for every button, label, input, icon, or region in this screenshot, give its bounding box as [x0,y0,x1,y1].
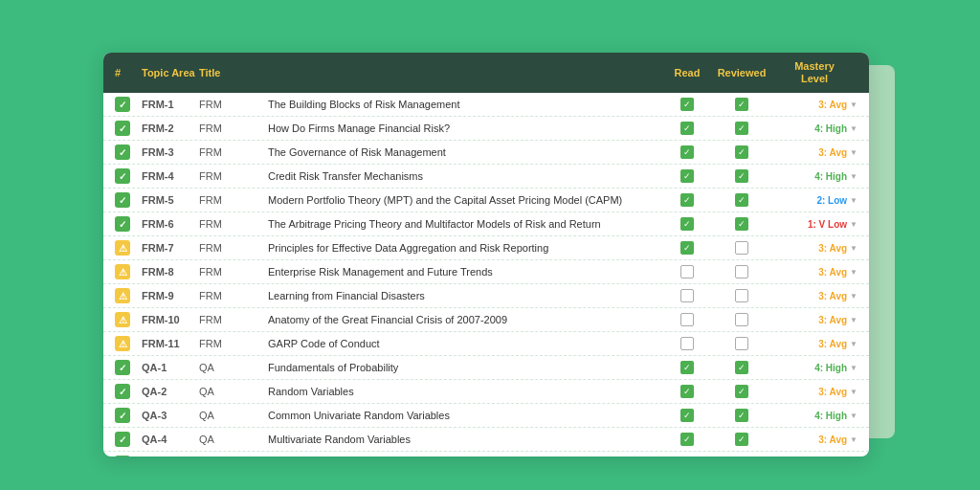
read-checkbox[interactable]: ✓ [662,433,712,446]
mastery-value: 3: Avg [818,339,847,349]
status-icon: ✓ [115,216,130,232]
table-row: ✓FRM-2FRMHow Do Firms Manage Financial R… [103,117,869,141]
row-id: FRM-3 [142,146,199,158]
status-icon: ✓ [115,192,130,208]
mastery-badge[interactable]: 3: Avg▼ [771,267,858,278]
mastery-badge[interactable]: 4: High▼ [771,171,858,182]
mastery-dropdown-arrow[interactable]: ▼ [850,412,858,420]
read-checkbox[interactable]: ✓ [662,241,712,255]
status-icon: ⚠ [115,312,130,327]
reviewed-checkbox[interactable] [712,289,771,302]
row-id: FRM-10 [142,314,199,325]
mastery-badge[interactable]: 4: High▼ [771,411,858,421]
mastery-dropdown-arrow[interactable]: ▼ [850,124,858,133]
main-card: # Topic Area Title Read Reviewed Mastery… [103,53,869,457]
mastery-value: 3: Avg [818,315,847,325]
reviewed-checkbox[interactable]: ✓ [712,193,771,207]
mastery-dropdown-arrow[interactable]: ▼ [850,244,858,253]
row-title: The Arbitrage Pricing Theory and Multifa… [268,218,662,230]
mastery-badge[interactable]: 3: Avg▼ [771,291,858,301]
reviewed-checkbox[interactable]: ✓ [712,433,771,446]
row-title: Anatomy of the Great Financial Crisis of… [268,314,662,325]
read-checkbox[interactable] [662,313,712,326]
read-checkbox[interactable]: ✓ [662,217,712,231]
mastery-dropdown-arrow[interactable]: ▼ [850,268,858,277]
mastery-badge[interactable]: 2: Low▼ [771,195,858,206]
status-icon: ✓ [115,384,130,399]
row-title: The Governance of Risk Management [268,146,662,158]
mastery-dropdown-arrow[interactable]: ▼ [850,388,858,396]
mastery-value: 3: Avg [818,100,847,110]
read-checkbox[interactable]: ✓ [662,169,712,183]
row-title: GARP Code of Conduct [268,338,662,349]
reviewed-checkbox[interactable]: ✓ [712,98,771,111]
read-checkbox[interactable]: ✓ [662,361,712,374]
reviewed-checkbox[interactable]: ✓ [712,361,771,374]
mastery-badge[interactable]: 4: High▼ [771,123,858,134]
row-id: FRM-2 [142,122,199,134]
mastery-dropdown-arrow[interactable]: ▼ [850,196,858,205]
col-header-mastery: Mastery Level [771,60,858,85]
mastery-dropdown-arrow[interactable]: ▼ [850,435,858,444]
read-checkbox[interactable] [662,289,712,302]
mastery-badge[interactable]: 3: Avg▼ [771,243,858,254]
read-checkbox[interactable]: ✓ [662,409,712,422]
row-topic: QA [199,434,268,445]
mastery-badge[interactable]: 3: Avg▼ [771,315,858,325]
row-id: QA-4 [142,434,199,445]
reviewed-checkbox[interactable]: ✓ [712,169,771,183]
row-id: FRM-11 [142,338,199,349]
mastery-dropdown-arrow[interactable]: ▼ [850,220,858,229]
table-body: ✓FRM-1FRMThe Building Blocks of Risk Man… [103,93,869,457]
mastery-badge[interactable]: 3: Avg▼ [771,339,858,349]
row-title: Credit Risk Transfer Mechanisms [268,170,662,182]
row-topic: FRM [199,290,268,301]
read-checkbox[interactable]: ✓ [662,122,712,135]
reviewed-checkbox[interactable] [712,337,771,350]
read-checkbox[interactable]: ✓ [662,385,712,398]
status-icon: ⚠ [115,336,130,351]
mastery-badge[interactable]: 3: Avg▼ [771,434,858,445]
mastery-value: 3: Avg [818,434,847,445]
row-topic: QA [199,386,268,397]
read-checkbox[interactable] [662,265,712,278]
reviewed-checkbox[interactable]: ✓ [712,385,771,398]
read-checkbox[interactable]: ✓ [662,145,712,159]
table-row: ✓FRM-5FRMModern Portfolio Theory (MPT) a… [103,189,869,212]
mastery-badge[interactable]: 1: V Low▼ [771,219,858,230]
mastery-dropdown-arrow[interactable]: ▼ [850,292,858,301]
read-checkbox[interactable] [662,337,712,350]
read-checkbox[interactable]: ✓ [662,193,712,207]
reviewed-checkbox[interactable]: ✓ [712,122,771,135]
table-row: ✓QA-3QACommon Univariate Random Variable… [103,404,869,428]
row-topic: FRM [199,266,268,278]
reviewed-checkbox[interactable]: ✓ [712,145,771,159]
row-topic: FRM [199,194,268,206]
read-checkbox[interactable]: ✓ [662,98,712,111]
row-id: FRM-5 [142,194,199,206]
mastery-badge[interactable]: 3: Avg▼ [771,387,858,397]
row-id: QA-2 [142,386,199,397]
row-id: QA-3 [142,410,199,421]
mastery-dropdown-arrow[interactable]: ▼ [850,100,858,109]
table-row: ✓FRM-6FRMThe Arbitrage Pricing Theory an… [103,212,869,236]
mastery-dropdown-arrow[interactable]: ▼ [850,364,858,372]
mastery-badge[interactable]: 3: Avg▼ [771,100,858,110]
mastery-value: 2: Low [816,195,847,206]
reviewed-checkbox[interactable] [712,241,771,255]
mastery-dropdown-arrow[interactable]: ▼ [850,316,858,324]
reviewed-checkbox[interactable] [712,265,771,278]
row-topic: FRM [199,218,268,230]
mastery-dropdown-arrow[interactable]: ▼ [850,340,858,348]
mastery-dropdown-arrow[interactable]: ▼ [850,148,858,157]
row-id: FRM-4 [142,170,199,182]
reviewed-checkbox[interactable]: ✓ [712,409,771,422]
status-icon: ✓ [115,121,130,136]
mastery-dropdown-arrow[interactable]: ▼ [850,172,858,181]
reviewed-checkbox[interactable]: ✓ [712,217,771,231]
mastery-badge[interactable]: 4: High▼ [771,363,858,373]
row-title: Principles for Effective Data Aggregatio… [268,242,662,254]
mastery-badge[interactable]: 3: Avg▼ [771,147,858,158]
row-title: Multivariate Random Variables [268,434,662,445]
reviewed-checkbox[interactable] [712,313,771,326]
